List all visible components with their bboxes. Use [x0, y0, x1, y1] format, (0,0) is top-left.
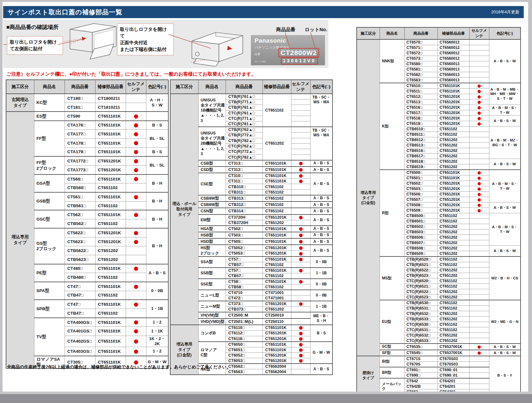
- cell-selfmente: [469, 208, 489, 213]
- cell-selfmente: [291, 301, 310, 307]
- cell-color-codes: 1K・2・2K: [146, 336, 168, 347]
- cell-product-name: CSE型: [198, 173, 226, 195]
- cell-part-no: CT6560013: [438, 78, 469, 83]
- cell-selfmente: [291, 256, 310, 262]
- cell-color-codes: A・B・S: [310, 195, 332, 202]
- cell-selfmente: [469, 67, 489, 72]
- selfmente-dot: [478, 204, 481, 207]
- cell-selfmente: [291, 226, 310, 232]
- cell-part-no: CT651102: [438, 256, 469, 262]
- header-row: 施工区分商品名商品品番補修部品品番セルフメンテ色記号(□): [357, 27, 521, 39]
- selfmente-dot: [478, 90, 481, 93]
- cell-product-name: R型: [380, 170, 404, 256]
- cell-product-no: CTA177□: [65, 130, 95, 139]
- cell-selfmente: [469, 256, 489, 262]
- cell-product-name: CSB6W型: [198, 202, 226, 208]
- cell-product-no: CTB314□: [226, 208, 262, 214]
- cell-selfmente: [469, 251, 489, 257]
- cell-product-no: CT6502□: [404, 181, 438, 186]
- cell-part-no: CT651201K: [262, 301, 291, 307]
- cell-product-name: KC型: [34, 94, 65, 112]
- cell-part-no: CT651102: [262, 284, 291, 290]
- selfmente-dot: [299, 343, 303, 346]
- lot-number: 130612V0: [281, 58, 318, 65]
- cell-selfmente: [291, 105, 310, 110]
- cell-product-no: CT670S: [404, 362, 438, 367]
- cell-product-no: CTB6516□: [404, 148, 438, 154]
- cell-selfmente: [126, 94, 146, 103]
- cell-color-codes: 1・1B: [310, 268, 332, 279]
- cell-part-no: CT651202: [438, 235, 469, 240]
- column-header: 施工区分: [357, 27, 380, 39]
- cell-selfmente: [469, 192, 489, 197]
- cell-part-no: CT651201K: [262, 336, 291, 342]
- cell-product-name: SF型: [380, 350, 404, 356]
- cell-part-no: CT651201K: [95, 156, 126, 165]
- cell-part-no: CT651202: [262, 220, 291, 226]
- cell-color-codes: A・H・S・W: [146, 94, 168, 112]
- cell-product-no: CTC(R)771▲□: [226, 116, 262, 121]
- cell-selfmente: [291, 312, 310, 318]
- cell-part-no: CT651202: [262, 306, 291, 312]
- selfmente-dot: [134, 168, 138, 172]
- cell-product-name: SSB型: [198, 268, 226, 279]
- cell-part-no: CT1800211: [95, 94, 126, 103]
- cell-product-no: CTC(R)6523□: [404, 295, 438, 300]
- cell-selfmente: [469, 367, 489, 373]
- column-header: 補修部品品番: [438, 27, 469, 39]
- cell-part-no: CT651201K: [95, 166, 126, 174]
- cell-product-name: K型: [380, 83, 404, 170]
- cell-selfmente: [291, 154, 310, 160]
- column-header: セルフメンテ: [126, 80, 146, 94]
- cell-selfmente: [291, 116, 310, 121]
- cell-part-no: CT6560012: [438, 45, 469, 51]
- header-row: 施工区分商品名商品品番補修部品品番セルフメンテ色記号(□): [170, 80, 332, 94]
- cell-product-no: CT47□: [65, 300, 95, 309]
- cell-part-no: CT651202: [438, 273, 469, 278]
- selfmente-dot: [478, 101, 481, 104]
- cell-selfmente: [126, 327, 146, 336]
- cell-product-name: PE型: [34, 264, 65, 282]
- cell-part-no: CT651102: [95, 273, 126, 282]
- brand-logo: Panasonic: [255, 37, 286, 44]
- cell-product-no: CT6512□: [404, 94, 438, 99]
- selfmente-dot: [478, 112, 481, 115]
- cell-product-name: SPA型: [34, 282, 65, 300]
- cell-selfmente: [469, 306, 489, 311]
- cell-product-no: CTB6509□: [404, 251, 438, 257]
- table-row: 玄関埋込 タイプKC型CT180□CT1800211A・H・S・W: [6, 94, 168, 103]
- selfmente-dot: [478, 188, 481, 191]
- cell-product-no: CTB(R)6532□: [404, 311, 438, 317]
- column-header: 補修部品品番: [262, 80, 291, 94]
- cell-selfmente: [126, 156, 146, 165]
- cell-product-no: CTC(R)6531□: [404, 327, 438, 333]
- cell-part-no: CT651101K: [95, 264, 126, 273]
- page-title: サインポスト取出口蓋の補修部品一覧: [8, 8, 122, 17]
- cell-part-no: CT651201K: [438, 116, 469, 121]
- cell-selfmente: [469, 175, 489, 181]
- selfmente-dot: [478, 177, 481, 180]
- cell-selfmente: [126, 336, 146, 347]
- table-row: K型CT6510□CT651101KA・B・M・MB・MH・MR・MW・S・T・…: [357, 83, 521, 89]
- selfmente-dot: [134, 339, 138, 344]
- cell-color-codes: 1・1B: [310, 301, 332, 312]
- cell-product-name: GSA型: [34, 174, 65, 192]
- cell-part-no: CT6537001K: [438, 344, 469, 350]
- cell-part-no: CT651102: [438, 327, 469, 333]
- cell-part-no: CT250010: [262, 312, 291, 318]
- cell-part-no: CT651202: [438, 295, 469, 300]
- cell-selfmente: [469, 213, 489, 219]
- cell-product-no: CT5053□: [226, 251, 262, 256]
- cell-color-codes: TB・SC・WS・MA: [310, 127, 332, 160]
- table-row: 埋込・ポール 取付両用 タイプUNISUS 全タイプ共通 1B機能記号 ▲・・・…: [170, 94, 332, 99]
- cell-selfmente: [469, 51, 489, 56]
- cell-color-codes: A・B・M・MB・MH・MR・MW・S・T・W: [489, 83, 521, 105]
- cell-product-no: CTC(R)6532□: [404, 333, 438, 338]
- cell-selfmente: [469, 289, 489, 295]
- cell-product-no: CTB6513□: [404, 143, 438, 148]
- cell-selfmente: [291, 290, 310, 296]
- column-header: 商品名: [380, 27, 404, 39]
- cell-product-no: CTB(R)6520□: [404, 256, 438, 262]
- cell-selfmente: [291, 347, 310, 352]
- column-header: 色記号(□): [310, 80, 332, 94]
